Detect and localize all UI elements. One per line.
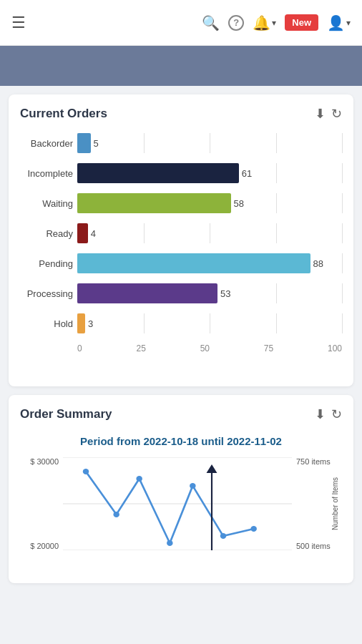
current-orders-card: Current Orders ⬇ ↻ Backorder5Incomplete6… — [9, 94, 353, 386]
order-summary-download-icon[interactable]: ⬇ — [315, 406, 326, 422]
bar-container: 58 — [77, 193, 342, 213]
grid-line — [342, 133, 343, 153]
grid-line — [342, 253, 343, 273]
user-icon: 👤 — [327, 14, 345, 31]
summary-svg — [63, 457, 292, 550]
svg-point-9 — [250, 526, 257, 532]
bar-label: Waiting — [20, 198, 73, 209]
bar-row: Hold3 — [77, 313, 342, 333]
search-icon[interactable]: 🔍 — [202, 14, 220, 31]
y-left-top: $ 30000 — [30, 457, 59, 466]
svg-point-6 — [167, 540, 173, 546]
x-axis: 0255075100 — [77, 343, 342, 353]
help-icon[interactable]: ? — [228, 15, 244, 31]
bell-icon: 🔔 — [253, 14, 270, 31]
bar-fill: 53 — [77, 283, 217, 303]
bar-fill: 58 — [77, 193, 231, 213]
bar-fill: 88 — [77, 253, 310, 273]
header-right: 🔍 ? 🔔 ▾ New 👤 ▾ — [202, 14, 351, 31]
current-orders-title: Current Orders — [20, 107, 107, 121]
y-right-bottom: 500 items — [296, 542, 331, 550]
notification-area[interactable]: 🔔 ▾ — [253, 14, 276, 31]
bar-container: 53 — [77, 283, 342, 303]
svg-point-5 — [136, 476, 142, 482]
x-tick: 0 — [77, 343, 82, 353]
user-dropdown-arrow: ▾ — [346, 18, 351, 28]
x-tick: 50 — [200, 343, 210, 353]
bar-row: Processing53 — [77, 283, 342, 303]
bar-row: Pending88 — [77, 253, 342, 273]
bar-label: Pending — [20, 258, 73, 269]
right-axis-label: Number of Items — [331, 477, 339, 530]
grid-line — [210, 313, 210, 333]
user-area[interactable]: 👤 ▾ — [327, 14, 351, 31]
bar-row: Backorder5 — [77, 133, 342, 153]
bar-value-label: 53 — [220, 288, 230, 299]
x-tick: 100 — [328, 343, 342, 353]
y-left-bottom: $ 20000 — [30, 542, 59, 550]
grid-line — [342, 283, 343, 303]
grid-line — [342, 313, 343, 333]
bar-row: Waiting58 — [77, 193, 342, 213]
x-tick: 75 — [264, 343, 273, 353]
current-orders-header: Current Orders ⬇ ↻ — [20, 106, 342, 122]
bar-row: Ready4 — [77, 223, 342, 243]
grid-line — [276, 163, 277, 183]
current-orders-chart: Backorder5Incomplete61Waiting58Ready4Pen… — [20, 133, 342, 375]
bar-fill: 61 — [77, 163, 239, 183]
grid-line — [276, 283, 277, 303]
svg-marker-11 — [207, 464, 217, 473]
summary-plot — [63, 457, 292, 550]
blue-banner — [0, 46, 362, 86]
right-axis-label-container: Number of Items — [329, 457, 341, 550]
summary-chart: $ 30000 $ 20000 750 items 500 items — [20, 457, 342, 572]
header: ☰ 🔍 ? 🔔 ▾ New 👤 ▾ — [0, 0, 362, 46]
grid-line — [276, 223, 277, 243]
period-title: Period from 2022-10-18 until 2022-11-02 — [20, 434, 342, 449]
grid-line — [210, 223, 210, 243]
bar-row: Incomplete61 — [77, 163, 342, 183]
download-icon[interactable]: ⬇ — [315, 106, 326, 122]
grid-line — [144, 223, 145, 243]
grid-line — [210, 133, 210, 153]
hamburger-icon[interactable]: ☰ — [11, 14, 26, 32]
bar-value-label: 88 — [313, 258, 323, 269]
y-right-top: 750 items — [296, 457, 331, 466]
bar-container: 61 — [77, 163, 342, 183]
y-axis-left: $ 30000 $ 20000 — [20, 457, 63, 550]
new-badge: New — [285, 14, 318, 31]
bars-container: Backorder5Incomplete61Waiting58Ready4Pen… — [77, 133, 342, 333]
order-summary-title: Order Summary — [20, 407, 112, 421]
order-summary-actions: ⬇ ↻ — [315, 406, 342, 422]
bar-value-label: 3 — [88, 318, 93, 329]
bar-container: 5 — [77, 133, 342, 153]
order-summary-refresh-icon[interactable]: ↻ — [331, 406, 342, 422]
grid-line — [144, 133, 145, 153]
bar-fill: 5 — [77, 133, 91, 153]
bar-value-label: 4 — [91, 228, 96, 239]
bar-value-label: 58 — [234, 198, 244, 209]
grid-line — [276, 313, 277, 333]
bar-container: 3 — [77, 313, 342, 333]
grid-line — [342, 163, 343, 183]
bar-fill: 4 — [77, 223, 88, 243]
grid-line — [342, 193, 343, 213]
bar-label: Processing — [20, 288, 73, 299]
bar-fill: 3 — [77, 313, 85, 333]
bar-label: Ready — [20, 228, 73, 239]
bar-label: Hold — [20, 318, 73, 329]
bar-container: 88 — [77, 253, 342, 273]
card-actions: ⬇ ↻ — [315, 106, 342, 122]
svg-point-3 — [83, 469, 89, 474]
refresh-icon[interactable]: ↻ — [331, 106, 342, 122]
bar-label: Backorder — [20, 138, 73, 149]
bell-dropdown-arrow: ▾ — [272, 18, 276, 28]
grid-line — [144, 313, 145, 333]
bar-label: Incomplete — [20, 168, 73, 179]
svg-point-7 — [190, 483, 196, 489]
svg-point-4 — [113, 512, 119, 517]
bar-value-label: 61 — [242, 168, 252, 179]
grid-line — [276, 193, 277, 213]
order-summary-card: Order Summary ⬇ ↻ Period from 2022-10-18… — [9, 395, 353, 583]
grid-line — [276, 133, 277, 153]
